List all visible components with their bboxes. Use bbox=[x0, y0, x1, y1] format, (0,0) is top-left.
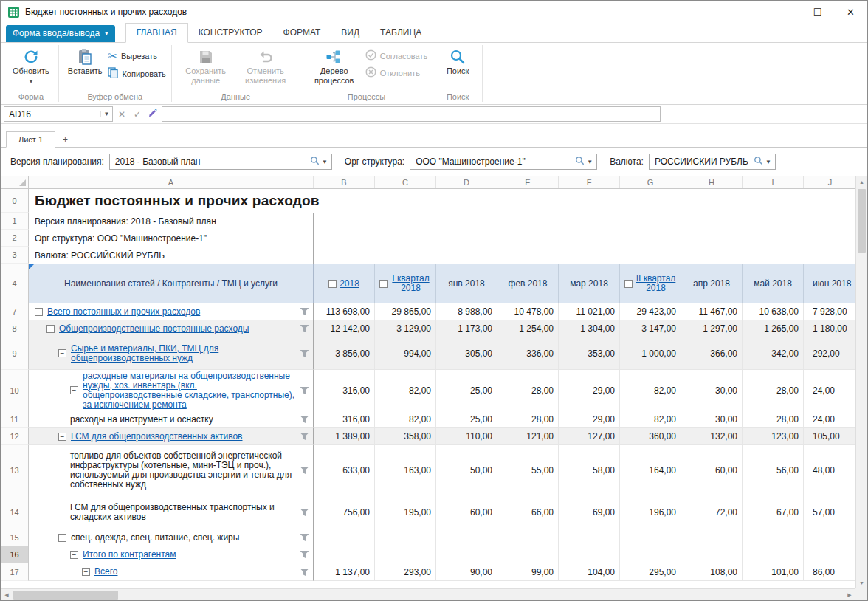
collapse-toggle[interactable]: − bbox=[58, 534, 66, 542]
article-link[interactable]: Сырье и материалы, ПКИ, ТМЦ для общепрои… bbox=[71, 344, 295, 363]
scroll-left-icon[interactable]: ◀ bbox=[1, 592, 13, 598]
cell-value[interactable]: 48,00 bbox=[804, 445, 855, 495]
search-icon[interactable] bbox=[754, 156, 763, 168]
header-cell-period[interactable]: май 2018 bbox=[743, 264, 804, 303]
cell-value[interactable] bbox=[743, 529, 804, 546]
collapse-toggle[interactable]: − bbox=[379, 280, 388, 288]
article-cell[interactable]: −Всего постоянных и прочих расходов bbox=[29, 303, 314, 320]
cell-value[interactable] bbox=[436, 529, 497, 546]
row-number[interactable]: 0 bbox=[1, 189, 29, 213]
cell-value[interactable]: 292,00 bbox=[804, 337, 855, 370]
cell-value[interactable] bbox=[436, 546, 497, 563]
scroll-down-icon[interactable]: ▼ bbox=[856, 577, 867, 588]
cell-value[interactable]: 342,00 bbox=[743, 337, 804, 370]
cell-value[interactable]: 132,00 bbox=[681, 428, 743, 445]
cell-value[interactable]: 29 423,00 bbox=[620, 303, 681, 320]
cell-value[interactable]: 756,00 bbox=[314, 495, 375, 529]
cell-value[interactable]: 69,00 bbox=[559, 495, 620, 529]
cell-value[interactable]: 28,00 bbox=[743, 370, 804, 411]
cell-value[interactable] bbox=[375, 529, 436, 546]
filter-funnel-icon[interactable] bbox=[300, 466, 309, 475]
column-letter[interactable]: E bbox=[497, 176, 559, 188]
minimize-button[interactable]: – bbox=[768, 1, 801, 23]
row-number[interactable]: 11 bbox=[1, 411, 29, 428]
cell-value[interactable]: 316,00 bbox=[314, 370, 375, 411]
org-structure-combo[interactable]: ООО "Машиностроение-1" ▼ bbox=[410, 154, 597, 170]
collapse-toggle[interactable]: − bbox=[624, 280, 633, 288]
cell-value[interactable]: 66,00 bbox=[497, 495, 559, 529]
filter-funnel-icon[interactable] bbox=[300, 550, 309, 559]
cancel-entry-icon[interactable]: ✕ bbox=[115, 109, 128, 120]
cell-value[interactable]: 127,00 bbox=[559, 428, 620, 445]
cell-value[interactable]: 30,00 bbox=[681, 411, 743, 428]
cell-value[interactable]: 67,00 bbox=[743, 495, 804, 529]
cell-value[interactable]: 29,00 bbox=[559, 370, 620, 411]
header-cell-period[interactable]: июн 2018 bbox=[804, 264, 855, 303]
cell-value[interactable]: 90,00 bbox=[436, 563, 497, 581]
article-cell[interactable]: ГСМ для общепроизводственных транспортны… bbox=[29, 495, 314, 529]
currency-combo[interactable]: РОССИЙСКИЙ РУБЛЬ ▼ bbox=[649, 154, 776, 170]
cell-name-box[interactable]: AD16 ▼ bbox=[4, 106, 113, 122]
cell-value[interactable]: 60,00 bbox=[436, 495, 497, 529]
tab-vid[interactable]: ВИД bbox=[331, 24, 370, 42]
close-button[interactable]: ✕ bbox=[834, 1, 867, 23]
cell-value[interactable] bbox=[559, 529, 620, 546]
article-link[interactable]: ГСМ для общепроизводственных активов bbox=[71, 432, 243, 442]
column-letter[interactable]: B bbox=[314, 176, 375, 188]
article-cell[interactable]: −спец. одежда, спец. питание, спец. жиры bbox=[29, 529, 314, 546]
cell-value[interactable]: 10 638,00 bbox=[743, 303, 804, 320]
cell-value[interactable]: 293,00 bbox=[375, 563, 436, 581]
header-cell-period[interactable]: мар 2018 bbox=[559, 264, 620, 303]
collapse-toggle[interactable]: − bbox=[46, 325, 55, 333]
vertical-scroll-thumb[interactable] bbox=[858, 189, 866, 253]
form-io-menu-button[interactable]: Форма ввода/вывода ▾ bbox=[6, 25, 115, 42]
row-number[interactable]: 10 bbox=[1, 370, 29, 411]
collapse-toggle[interactable]: − bbox=[58, 433, 66, 441]
tab-format[interactable]: ФОРМАТ bbox=[273, 24, 331, 42]
row-number[interactable]: 1 bbox=[1, 213, 29, 230]
cell-value[interactable]: 28,00 bbox=[497, 411, 559, 428]
article-cell[interactable]: −Итого по контрагентам bbox=[29, 546, 314, 563]
tab-tablitsa[interactable]: ТАБЛИЦА bbox=[370, 24, 432, 42]
cell-value[interactable]: 1 389,00 bbox=[314, 428, 375, 445]
header-cell-period[interactable]: янв 2018 bbox=[436, 264, 497, 303]
chevron-down-icon[interactable]: ▼ bbox=[322, 159, 328, 165]
article-link[interactable]: Всего bbox=[94, 567, 117, 577]
cell-value[interactable]: 8 988,00 bbox=[436, 303, 497, 320]
period-link[interactable]: I квартал 2018 bbox=[390, 274, 432, 293]
cell-value[interactable]: 195,00 bbox=[375, 495, 436, 529]
cell-value[interactable]: 86,00 bbox=[804, 563, 855, 581]
info-cell[interactable]: Версия планирования: 2018 - Базовый план bbox=[29, 213, 314, 230]
cell-value[interactable]: 104,00 bbox=[559, 563, 620, 581]
cell-value[interactable]: 3 129,00 bbox=[375, 320, 436, 337]
cell-value[interactable]: 1 173,00 bbox=[436, 320, 497, 337]
row-number[interactable]: 14 bbox=[1, 495, 29, 529]
article-cell[interactable]: расходы на инструмент и оснастку bbox=[29, 411, 314, 428]
cell-value[interactable] bbox=[314, 529, 375, 546]
article-link[interactable]: Общепроизводственные постоянные расходы bbox=[59, 324, 249, 334]
cell-value[interactable] bbox=[314, 546, 375, 563]
filter-funnel-icon[interactable] bbox=[300, 568, 309, 577]
column-letter[interactable]: F bbox=[559, 176, 620, 188]
scroll-up-icon[interactable]: ▲ bbox=[856, 176, 867, 188]
cell-value[interactable] bbox=[743, 546, 804, 563]
column-letter[interactable]: I bbox=[743, 176, 804, 188]
cell-value[interactable]: 99,00 bbox=[497, 563, 559, 581]
cell-value[interactable]: 316,00 bbox=[314, 411, 375, 428]
article-link[interactable]: расходные материалы на общепроизводствен… bbox=[83, 371, 295, 410]
row-number[interactable]: 8 bbox=[1, 320, 29, 337]
cell-value[interactable]: 50,00 bbox=[436, 445, 497, 495]
cell-value[interactable]: 164,00 bbox=[620, 445, 681, 495]
cell-value[interactable] bbox=[681, 546, 743, 563]
cell-value[interactable] bbox=[620, 546, 681, 563]
cell-value[interactable]: 57,00 bbox=[804, 495, 855, 529]
cell-value[interactable]: 305,00 bbox=[436, 337, 497, 370]
cell-value[interactable]: 123,00 bbox=[743, 428, 804, 445]
cell-value[interactable]: 633,00 bbox=[314, 445, 375, 495]
cell-value[interactable] bbox=[559, 546, 620, 563]
cell-value[interactable]: 994,00 bbox=[375, 337, 436, 370]
cell-value[interactable]: 29 865,00 bbox=[375, 303, 436, 320]
header-cell-period[interactable]: −II квартал 2018 bbox=[620, 264, 681, 303]
period-link[interactable]: II квартал 2018 bbox=[636, 274, 677, 293]
cell-value[interactable]: 295,00 bbox=[620, 563, 681, 581]
